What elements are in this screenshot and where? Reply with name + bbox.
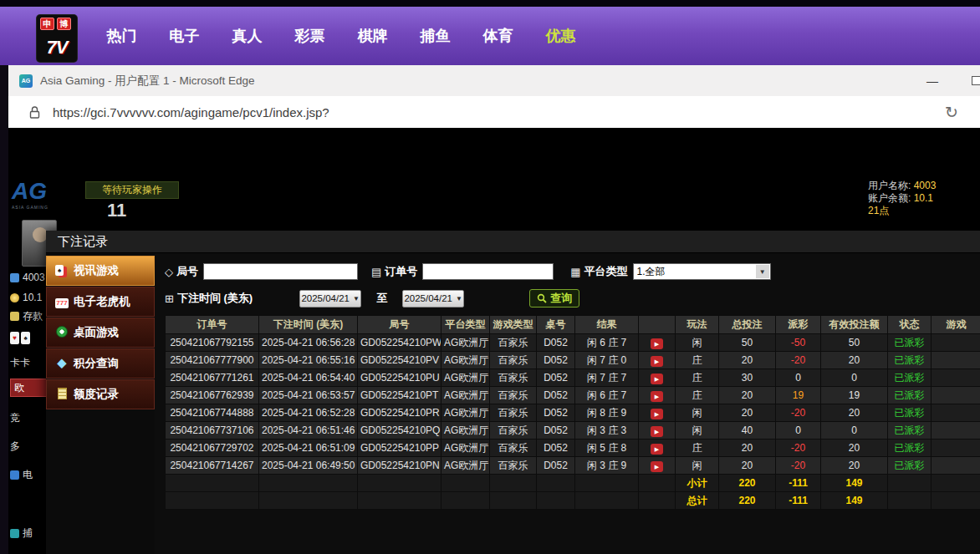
- cell-payout: -50: [776, 334, 821, 352]
- play-icon[interactable]: ▶: [651, 409, 663, 419]
- cell-empty: [358, 475, 442, 492]
- table-header-row: 订单号下注时间 (美东)局号平台类型游戏类型桌号结果玩法总投注派彩有效投注额状态…: [166, 316, 980, 334]
- edge-window-title: Asia Gaming - 用户配置 1 - Microsoft Edge: [40, 74, 255, 89]
- cell-empty: [442, 492, 490, 510]
- col-header-14: 游戏: [932, 316, 980, 334]
- sidebar-item-label: 视讯游戏: [74, 263, 119, 278]
- sidebar-item-2[interactable]: 777电子老虎机: [46, 287, 155, 317]
- nav-item-3[interactable]: 真人: [216, 26, 278, 46]
- search-button[interactable]: 查询: [529, 289, 579, 307]
- round-input[interactable]: [203, 263, 358, 280]
- minimize-button[interactable]: —: [918, 65, 947, 96]
- cell-empty: [639, 492, 676, 510]
- cell-table: D052: [537, 457, 575, 475]
- order-input[interactable]: [422, 263, 554, 280]
- play-icon[interactable]: ▶: [651, 338, 663, 349]
- cell-empty: [166, 475, 259, 492]
- play-icon[interactable]: ▶: [651, 391, 663, 402]
- date-from-picker[interactable]: 2025/04/21 ▼: [299, 290, 361, 307]
- mini-card-icon: ♠: [21, 332, 30, 344]
- sidebar-item-3[interactable]: 桌面游戏: [46, 318, 155, 348]
- cell-empty: [888, 492, 932, 510]
- col-header-3: 局号: [358, 316, 442, 334]
- cell-table: D052: [537, 387, 575, 404]
- lock-icon[interactable]: [23, 102, 46, 122]
- url-text[interactable]: https://gci.7vvvvvv.com/agingame/pcv1/in…: [53, 105, 329, 119]
- cell-round: GD052254210PR: [358, 404, 442, 422]
- cell-payout: -20: [776, 352, 821, 369]
- cell-game: [932, 369, 980, 387]
- total-bet: 220: [719, 492, 776, 510]
- user-info-line-1: 用户名称: 4003: [868, 180, 978, 192]
- cell-status: 已派彩: [888, 352, 932, 369]
- cell-status: 已派彩: [888, 440, 932, 457]
- play-icon[interactable]: ▶: [651, 444, 663, 455]
- date-to-picker[interactable]: 2025/04/21 ▼: [402, 290, 464, 307]
- nav-item-5[interactable]: 棋牌: [341, 26, 404, 46]
- platform-select[interactable]: 1.全部 ▼: [633, 263, 771, 280]
- fish-icon: [10, 529, 19, 538]
- play-icon[interactable]: ▶: [651, 461, 663, 472]
- play-icon[interactable]: ▶: [651, 356, 663, 367]
- nav-item-8[interactable]: 优惠: [529, 26, 592, 46]
- sidebar-item-label: 桌面游戏: [74, 325, 119, 340]
- refresh-icon[interactable]: ↻: [945, 96, 958, 128]
- cell-empty: [259, 492, 358, 510]
- site-logo[interactable]: 申 博 7V: [37, 15, 77, 62]
- total-valid: 149: [821, 492, 888, 510]
- nav-item-4[interactable]: 彩票: [278, 26, 341, 46]
- nav-item-6[interactable]: 捕鱼: [404, 26, 467, 46]
- tag-icon: ◇: [165, 266, 173, 278]
- logo-badge-2: 博: [57, 18, 71, 30]
- cell-time: 2025-04-21 06:49:50: [259, 457, 358, 475]
- sidebar-item-5[interactable]: 额度记录: [46, 379, 155, 409]
- sidebar-item-label: 额度记录: [74, 387, 119, 402]
- to-label: 至: [376, 291, 387, 306]
- cell-status: 已派彩: [888, 334, 932, 352]
- subtotal-valid: 149: [821, 475, 888, 492]
- status-badge: 已派彩: [895, 460, 925, 471]
- sidebar-item-1[interactable]: ♠视讯游戏: [46, 256, 155, 286]
- user-info-value: 21点: [868, 205, 889, 216]
- cell-valid: 50: [821, 334, 888, 352]
- maximize-button[interactable]: [972, 76, 980, 85]
- cell-empty: [575, 475, 639, 492]
- cell-game-type: 百家乐: [490, 334, 537, 352]
- cell-replay: ▶: [639, 422, 676, 440]
- nav-item-1[interactable]: 热门: [90, 26, 153, 46]
- cell-valid: 19: [821, 387, 888, 404]
- cell-bet: 20: [719, 404, 776, 422]
- date-from-arrow-icon: ▼: [353, 295, 360, 302]
- cell-round: GD052254210PW: [358, 334, 442, 352]
- nav-items: 热门电子真人彩票棋牌捕鱼体育优惠: [90, 7, 592, 65]
- edge-window: AG Asia Gaming - 用户配置 1 - Microsoft Edge…: [8, 65, 980, 554]
- user-info-label: 账户余额:: [868, 192, 914, 204]
- slot-icon: [10, 470, 19, 480]
- cell-platform: AG欧洲厅: [442, 404, 490, 422]
- cell-valid: 0: [821, 422, 888, 440]
- cell-bet: 20: [719, 457, 776, 475]
- modal-title: 下注记录: [46, 231, 980, 253]
- nav-item-2[interactable]: 电子: [153, 26, 216, 46]
- sidebar-item-4[interactable]: ◆积分查询: [46, 348, 155, 379]
- table-row: 2504210677629392025-04-21 06:53:57GD0522…: [166, 387, 980, 404]
- total-row: 总计220-111149: [166, 492, 980, 510]
- nav-item-7[interactable]: 体育: [467, 26, 529, 46]
- payout-value: -20: [791, 407, 805, 419]
- play-icon[interactable]: ▶: [651, 426, 663, 437]
- top-strip: [0, 0, 980, 7]
- round-label: ◇ 局号: [165, 264, 198, 279]
- cell-play: 庄: [676, 387, 719, 404]
- ag-logo-text: AG: [12, 178, 62, 205]
- left-menu-label: 竞: [10, 411, 20, 425]
- cell-result: 闲 7 庄 7: [575, 369, 639, 387]
- play-icon[interactable]: ▶: [651, 374, 663, 384]
- cell-valid: 20: [821, 404, 888, 422]
- status-badge: 已派彩: [895, 354, 925, 366]
- cell-table: D052: [537, 422, 575, 440]
- cell-play: 闲: [676, 422, 719, 440]
- cell-game: [932, 387, 980, 404]
- cell-play: 闲: [676, 457, 719, 475]
- cell-empty: [888, 475, 932, 492]
- cell-replay: ▶: [639, 369, 676, 387]
